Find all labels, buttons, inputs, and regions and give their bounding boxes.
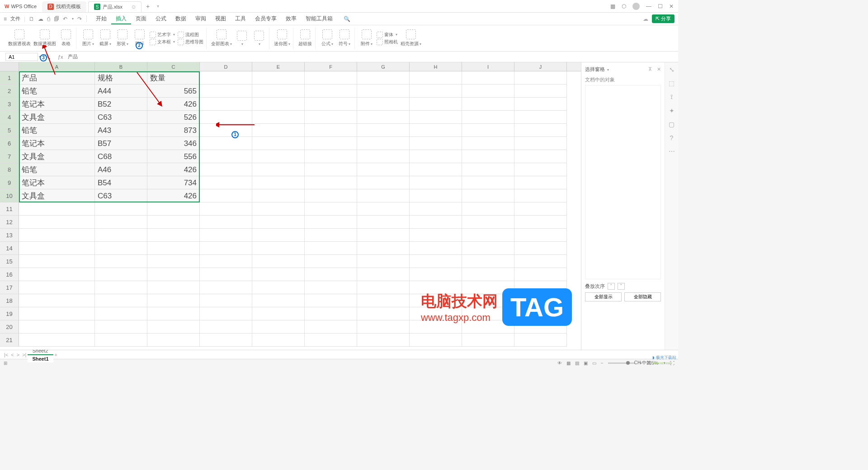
cell[interactable]: A44: [95, 85, 147, 98]
cell[interactable]: [252, 334, 305, 347]
cell[interactable]: [147, 294, 200, 307]
cell[interactable]: [305, 124, 357, 137]
row-header[interactable]: 2: [0, 85, 19, 98]
menu-插入[interactable]: 插入: [111, 14, 131, 24]
cell[interactable]: [514, 124, 567, 137]
cell[interactable]: [252, 255, 305, 268]
cell[interactable]: [357, 202, 410, 216]
pin-icon[interactable]: ⊼: [648, 66, 652, 72]
cell[interactable]: [147, 229, 200, 242]
file-menu[interactable]: 文件: [10, 15, 20, 22]
wordart-button[interactable]: 艺术字▾: [150, 32, 175, 38]
cell[interactable]: [95, 255, 147, 268]
menu-公式[interactable]: 公式: [151, 14, 171, 24]
cell[interactable]: [19, 307, 95, 320]
cell[interactable]: [514, 163, 567, 176]
tab-dropdown-icon[interactable]: ▾: [157, 4, 159, 9]
cell[interactable]: [357, 176, 410, 189]
shapes-button[interactable]: 形状▾: [115, 29, 130, 47]
tab-document[interactable]: S 产品.xlsx ⊙: [88, 1, 142, 12]
cell[interactable]: [462, 124, 514, 137]
cell[interactable]: [357, 98, 410, 111]
cell[interactable]: [19, 294, 95, 307]
column-header[interactable]: D: [200, 62, 252, 71]
cell[interactable]: [200, 137, 252, 150]
cell[interactable]: [252, 150, 305, 163]
select-tool-icon[interactable]: ⬚: [669, 80, 675, 87]
search-icon[interactable]: 🔍: [344, 16, 350, 22]
cell[interactable]: [19, 320, 95, 334]
menu-数据[interactable]: 数据: [171, 14, 191, 24]
screenshot-button[interactable]: 截屏▾: [98, 29, 113, 47]
cell[interactable]: [410, 294, 462, 307]
cell[interactable]: [410, 202, 462, 216]
cell[interactable]: [305, 281, 357, 294]
line-chart-button[interactable]: ▾: [252, 31, 266, 46]
cell[interactable]: [410, 163, 462, 176]
cell[interactable]: [305, 163, 357, 176]
row-header[interactable]: 21: [0, 334, 19, 347]
cell[interactable]: [95, 294, 147, 307]
cell[interactable]: [147, 242, 200, 255]
cell[interactable]: 笔记本: [19, 176, 95, 189]
picture-button[interactable]: 图片▾: [81, 29, 95, 47]
cell[interactable]: [462, 320, 514, 334]
cell[interactable]: [462, 98, 514, 111]
cell[interactable]: [305, 334, 357, 347]
cell[interactable]: [462, 281, 514, 294]
menu-效率[interactable]: 效率: [281, 14, 301, 24]
share-button[interactable]: ⇱ 分享: [652, 14, 675, 23]
tablet-icon[interactable]: ▢: [669, 121, 675, 128]
cell[interactable]: [462, 71, 514, 85]
cell[interactable]: [252, 137, 305, 150]
cell[interactable]: [410, 255, 462, 268]
cell[interactable]: [410, 268, 462, 281]
cell[interactable]: [410, 281, 462, 294]
cell[interactable]: [305, 242, 357, 255]
flowchart-button[interactable]: 流程图: [178, 32, 203, 38]
cell[interactable]: 426: [147, 163, 200, 176]
cell[interactable]: [305, 202, 357, 216]
cell[interactable]: [410, 85, 462, 98]
cell[interactable]: [514, 98, 567, 111]
sheet-tab[interactable]: Sheet1: [28, 354, 53, 362]
cell[interactable]: [357, 111, 410, 124]
cell[interactable]: [200, 111, 252, 124]
cell[interactable]: [305, 255, 357, 268]
cell[interactable]: [147, 281, 200, 294]
cell[interactable]: 产品: [19, 71, 95, 85]
cell[interactable]: [410, 150, 462, 163]
menu-开始[interactable]: 开始: [91, 14, 111, 24]
move-down-button[interactable]: ˅: [618, 283, 625, 290]
view-normal-icon[interactable]: ▦: [566, 361, 571, 366]
cell[interactable]: [410, 137, 462, 150]
cell[interactable]: [200, 163, 252, 176]
cell[interactable]: [462, 268, 514, 281]
cell[interactable]: [19, 242, 95, 255]
cell[interactable]: [357, 320, 410, 334]
cell[interactable]: [147, 268, 200, 281]
cell[interactable]: [147, 202, 200, 216]
cell[interactable]: [200, 150, 252, 163]
cell[interactable]: [410, 242, 462, 255]
spark-icon[interactable]: ✦: [669, 107, 675, 114]
form-control-button[interactable]: 窗体▾: [377, 32, 398, 38]
cell[interactable]: B57: [95, 137, 147, 150]
cell[interactable]: [305, 137, 357, 150]
row-header[interactable]: 6: [0, 137, 19, 150]
cell[interactable]: [462, 137, 514, 150]
cell[interactable]: [357, 189, 410, 202]
cell[interactable]: [410, 320, 462, 334]
cell[interactable]: [357, 124, 410, 137]
undo-icon[interactable]: ↶: [63, 16, 67, 22]
menu-页面[interactable]: 页面: [131, 14, 151, 24]
row-header[interactable]: 12: [0, 216, 19, 229]
cell[interactable]: [200, 216, 252, 229]
cell[interactable]: [410, 98, 462, 111]
cell[interactable]: [147, 307, 200, 320]
cell[interactable]: [462, 307, 514, 320]
tab-template[interactable]: D 找稻壳模板: [42, 1, 86, 12]
cell[interactable]: [200, 334, 252, 347]
cell[interactable]: 426: [147, 189, 200, 202]
mindmap-button[interactable]: 思维导图: [178, 39, 203, 45]
